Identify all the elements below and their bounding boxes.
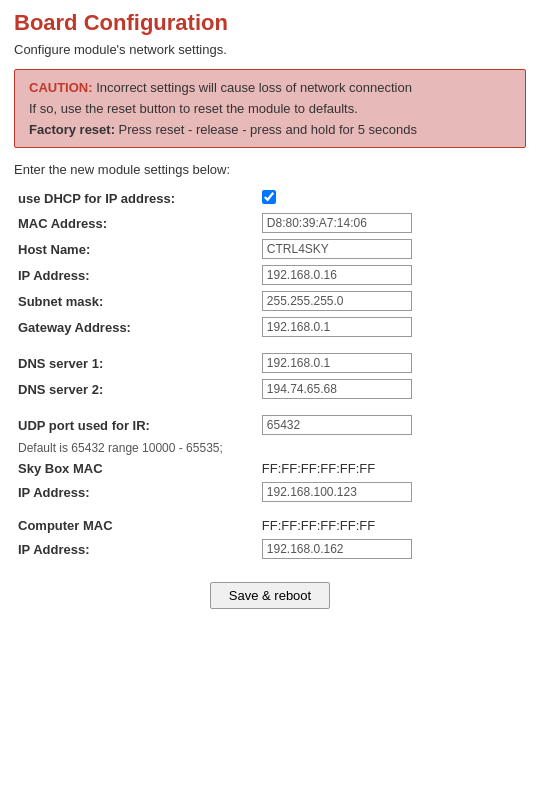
skybox-ip-input[interactable] — [262, 482, 412, 502]
subnet-mask-input[interactable] — [262, 291, 412, 311]
dns2-value — [258, 376, 526, 402]
dhcp-label: use DHCP for IP address: — [14, 187, 258, 210]
computer-mac-value: FF:FF:FF:FF:FF:FF — [258, 515, 526, 536]
section-intro: Enter the new module settings below: — [14, 162, 526, 177]
ip-address-label: IP Address: — [14, 262, 258, 288]
save-button-row: Save & reboot — [14, 582, 526, 609]
mac-address-value — [258, 210, 526, 236]
udp-port-label: UDP port used for IR: — [14, 412, 258, 438]
host-name-value — [258, 236, 526, 262]
save-reboot-button[interactable]: Save & reboot — [210, 582, 330, 609]
mac-address-row: MAC Address: — [14, 210, 526, 236]
factory-text: Press reset - release - press and hold f… — [115, 122, 417, 137]
caution-label: CAUTION: — [29, 80, 93, 95]
mac-address-input[interactable] — [262, 213, 412, 233]
host-name-label: Host Name: — [14, 236, 258, 262]
skybox-ip-label: IP Address: — [14, 479, 258, 505]
page-subtitle: Configure module's network settings. — [14, 42, 526, 57]
dns2-row: DNS server 2: — [14, 376, 526, 402]
computer-ip-row: IP Address: — [14, 536, 526, 562]
mac-address-label: MAC Address: — [14, 210, 258, 236]
skybox-ip-row: IP Address: — [14, 479, 526, 505]
dhcp-value — [258, 187, 526, 210]
subnet-mask-row: Subnet mask: — [14, 288, 526, 314]
caution-box: CAUTION: Incorrect settings will cause l… — [14, 69, 526, 148]
page-title: Board Configuration — [14, 10, 526, 36]
ip-address-value — [258, 262, 526, 288]
subnet-mask-value — [258, 288, 526, 314]
skybox-mac-label: Sky Box MAC — [14, 458, 258, 479]
host-name-row: Host Name: — [14, 236, 526, 262]
factory-reset-note: Factory reset: Press reset - release - p… — [29, 122, 511, 137]
dns2-input[interactable] — [262, 379, 412, 399]
udp-note-row: Default is 65432 range 10000 - 65535; — [14, 438, 526, 458]
reset-note: If so, use the reset button to reset the… — [29, 101, 511, 116]
caution-text: Incorrect settings will cause loss of ne… — [93, 80, 412, 95]
computer-ip-label: IP Address: — [14, 536, 258, 562]
dns2-label: DNS server 2: — [14, 376, 258, 402]
computer-mac-row: Computer MAC FF:FF:FF:FF:FF:FF — [14, 515, 526, 536]
gateway-value — [258, 314, 526, 340]
computer-mac-label: Computer MAC — [14, 515, 258, 536]
skybox-ip-value — [258, 479, 526, 505]
dns1-value — [258, 350, 526, 376]
udp-port-value — [258, 412, 526, 438]
computer-mac-static: FF:FF:FF:FF:FF:FF — [262, 518, 375, 533]
host-name-input[interactable] — [262, 239, 412, 259]
udp-port-note: Default is 65432 range 10000 - 65535; — [14, 438, 526, 458]
dns1-input[interactable] — [262, 353, 412, 373]
dhcp-checkbox[interactable] — [262, 190, 276, 204]
skybox-mac-row: Sky Box MAC FF:FF:FF:FF:FF:FF — [14, 458, 526, 479]
udp-port-row: UDP port used for IR: — [14, 412, 526, 438]
subnet-mask-label: Subnet mask: — [14, 288, 258, 314]
ip-address-row: IP Address: — [14, 262, 526, 288]
gateway-label: Gateway Address: — [14, 314, 258, 340]
dns1-row: DNS server 1: — [14, 350, 526, 376]
gateway-input[interactable] — [262, 317, 412, 337]
factory-label: Factory reset: — [29, 122, 115, 137]
dns1-label: DNS server 1: — [14, 350, 258, 376]
settings-form: use DHCP for IP address: MAC Address: Ho… — [14, 187, 526, 562]
caution-message: CAUTION: Incorrect settings will cause l… — [29, 80, 511, 95]
skybox-mac-static: FF:FF:FF:FF:FF:FF — [262, 461, 375, 476]
skybox-mac-value: FF:FF:FF:FF:FF:FF — [258, 458, 526, 479]
udp-port-input[interactable] — [262, 415, 412, 435]
gateway-row: Gateway Address: — [14, 314, 526, 340]
computer-ip-value — [258, 536, 526, 562]
computer-ip-input[interactable] — [262, 539, 412, 559]
dhcp-row: use DHCP for IP address: — [14, 187, 526, 210]
ip-address-input[interactable] — [262, 265, 412, 285]
